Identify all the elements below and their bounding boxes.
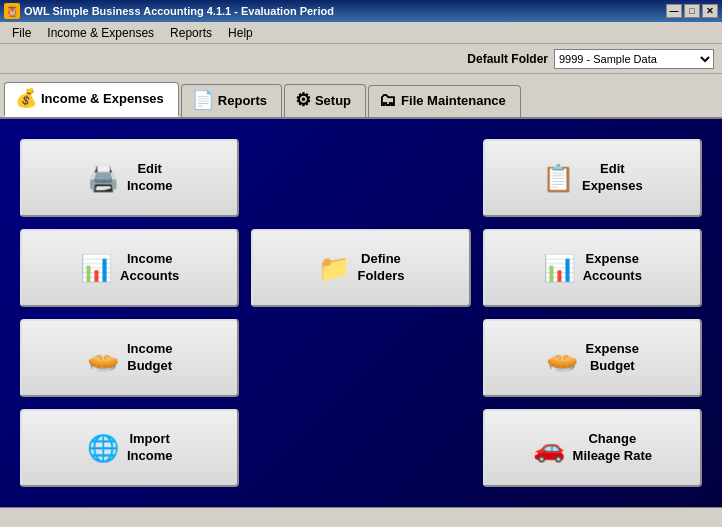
edit-expenses-icon: 📋 (542, 163, 574, 194)
menu-help[interactable]: Help (220, 24, 261, 42)
tab-income-expenses[interactable]: 💰 Income & Expenses (4, 82, 179, 117)
income-budget-icon: 🥧 (87, 343, 119, 374)
tab-setup-label: Setup (315, 93, 351, 108)
tab-income-expenses-icon: 💰 (15, 87, 37, 109)
change-mileage-icon: 🚗 (533, 433, 565, 464)
title-bar: 🦉 OWL Simple Business Accounting 4.1.1 -… (0, 0, 722, 22)
edit-income-label: Edit Income (127, 161, 173, 195)
folder-bar: Default Folder 9999 - Sample Data (0, 44, 722, 74)
menu-file[interactable]: File (4, 24, 39, 42)
import-income-icon: 🌐 (87, 433, 119, 464)
close-button[interactable]: ✕ (702, 4, 718, 18)
button-grid: 🖨️ Edit Income 📋 Edit Expenses 📊 Income … (20, 139, 702, 487)
income-accounts-icon: 📊 (80, 253, 112, 284)
edit-income-button[interactable]: 🖨️ Edit Income (20, 139, 239, 217)
menu-bar: File Income & Expenses Reports Help (0, 22, 722, 44)
tab-reports[interactable]: 📄 Reports (181, 84, 282, 117)
change-mileage-button[interactable]: 🚗 Change Mileage Rate (483, 409, 702, 487)
menu-reports[interactable]: Reports (162, 24, 220, 42)
expense-budget-button[interactable]: 🥧 Expense Budget (483, 319, 702, 397)
tab-reports-label: Reports (218, 93, 267, 108)
main-content: 🖨️ Edit Income 📋 Edit Expenses 📊 Income … (0, 119, 722, 507)
income-accounts-button[interactable]: 📊 Income Accounts (20, 229, 239, 307)
define-folders-button[interactable]: 📁 Define Folders (251, 229, 470, 307)
edit-expenses-label: Edit Expenses (582, 161, 643, 195)
import-income-label: Import Income (127, 431, 173, 465)
tab-setup-icon: ⚙ (295, 89, 311, 111)
title-bar-left: 🦉 OWL Simple Business Accounting 4.1.1 -… (4, 3, 334, 19)
define-folders-label: Define Folders (358, 251, 405, 285)
folder-label: Default Folder (467, 52, 548, 66)
import-income-button[interactable]: 🌐 Import Income (20, 409, 239, 487)
maximize-button[interactable]: □ (684, 4, 700, 18)
tab-file-maintenance-label: File Maintenance (401, 93, 506, 108)
change-mileage-label: Change Mileage Rate (573, 431, 652, 465)
tab-reports-icon: 📄 (192, 89, 214, 111)
expense-accounts-button[interactable]: 📊 Expense Accounts (483, 229, 702, 307)
minimize-button[interactable]: — (666, 4, 682, 18)
expense-budget-icon: 🥧 (546, 343, 578, 374)
title-bar-buttons: — □ ✕ (666, 4, 718, 18)
app-icon: 🦉 (4, 3, 20, 19)
tab-setup[interactable]: ⚙ Setup (284, 84, 366, 117)
expense-accounts-icon: 📊 (543, 253, 575, 284)
tab-bar: 💰 Income & Expenses 📄 Reports ⚙ Setup 🗂 … (0, 74, 722, 119)
tab-file-maintenance-icon: 🗂 (379, 90, 397, 111)
edit-expenses-button[interactable]: 📋 Edit Expenses (483, 139, 702, 217)
income-budget-button[interactable]: 🥧 Income Budget (20, 319, 239, 397)
tab-file-maintenance[interactable]: 🗂 File Maintenance (368, 85, 521, 117)
app-title: OWL Simple Business Accounting 4.1.1 - E… (24, 5, 334, 17)
expense-budget-label: Expense Budget (586, 341, 639, 375)
income-accounts-label: Income Accounts (120, 251, 179, 285)
define-folders-icon: 📁 (318, 253, 350, 284)
expense-accounts-label: Expense Accounts (583, 251, 642, 285)
edit-income-icon: 🖨️ (87, 163, 119, 194)
income-budget-label: Income Budget (127, 341, 173, 375)
menu-income-expenses[interactable]: Income & Expenses (39, 24, 162, 42)
status-bar (0, 507, 722, 527)
folder-select[interactable]: 9999 - Sample Data (554, 49, 714, 69)
tab-income-expenses-label: Income & Expenses (41, 91, 164, 106)
